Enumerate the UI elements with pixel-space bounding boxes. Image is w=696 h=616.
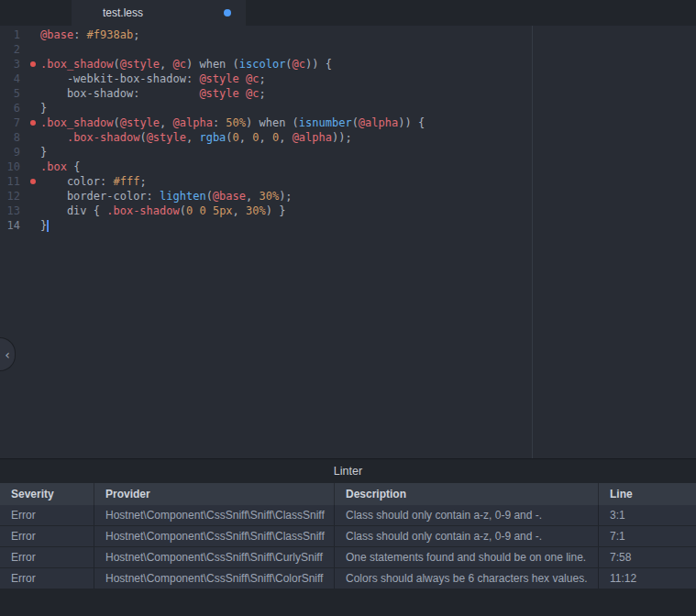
panel-toggle-button[interactable]: ‹: [0, 337, 16, 371]
severity-cell: Error: [0, 547, 94, 567]
lint-error-dot-icon: [22, 116, 40, 130]
line-number[interactable]: 2: [0, 42, 22, 57]
code-line[interactable]: 13 div { .box-shadow(0 0 5px, 30%) }: [0, 204, 696, 218]
line-number[interactable]: 4: [0, 72, 22, 86]
tab-bar: test.less: [0, 0, 696, 26]
chevron-left-icon: ‹: [5, 347, 10, 362]
line-cell: 7:1: [599, 526, 696, 546]
linter-row[interactable]: ErrorHostnet\Component\CssSniff\Sniff\Cl…: [0, 505, 696, 526]
gutter-dot-slot: [22, 145, 40, 160]
code-line[interactable]: 12 border-color: lighten(@base, 30%);: [0, 189, 696, 204]
provider-cell: Hostnet\Component\CssSniff\Sniff\ClassSn…: [94, 526, 335, 546]
linter-panel-title: Linter: [0, 459, 696, 483]
linter-row[interactable]: ErrorHostnet\Component\CssSniff\Sniff\Cu…: [0, 547, 696, 568]
column-header-severity: Severity: [0, 483, 94, 505]
linter-row[interactable]: ErrorHostnet\Component\CssSniff\Sniff\Co…: [0, 568, 696, 589]
code-line[interactable]: 1@base: #f938ab;: [0, 28, 696, 42]
code-line[interactable]: 9}: [0, 145, 696, 160]
code-text: color: #fff;: [40, 174, 147, 189]
line-number[interactable]: 8: [0, 130, 22, 145]
provider-cell: Hostnet\Component\CssSniff\Sniff\ClassSn…: [94, 505, 335, 525]
code-line[interactable]: 4 -webkit-box-shadow: @style @c;: [0, 72, 696, 86]
tab-test-less[interactable]: test.less: [72, 0, 246, 26]
gutter-dot-slot: [22, 204, 40, 218]
gutter-dot-slot: [22, 42, 40, 57]
code-text: box-shadow: @style @c;: [40, 86, 266, 101]
gutter-dot-slot: [22, 86, 40, 101]
provider-cell: Hostnet\Component\CssSniff\Sniff\CurlySn…: [94, 547, 335, 567]
line-number[interactable]: 10: [0, 160, 22, 174]
line-number[interactable]: 9: [0, 145, 22, 160]
code-lines: 1@base: #f938ab;23.box_shadow(@style, @c…: [0, 26, 696, 233]
severity-cell: Error: [0, 568, 94, 588]
code-text: }: [40, 218, 49, 233]
line-number[interactable]: 13: [0, 204, 22, 218]
code-line[interactable]: 10.box {: [0, 160, 696, 174]
code-line[interactable]: 7.box_shadow(@style, @alpha: 50%) when (…: [0, 116, 696, 130]
code-text: .box_shadow(@style, @c) when (iscolor(@c…: [40, 57, 332, 72]
gutter-dot-slot: [22, 101, 40, 116]
editor-window: test.less 1@base: #f938ab;23.box_shadow(…: [0, 0, 696, 616]
code-line[interactable]: 11 color: #fff;: [0, 174, 696, 189]
code-text: border-color: lighten(@base, 30%);: [40, 189, 293, 204]
line-number[interactable]: 5: [0, 86, 22, 101]
line-number[interactable]: 7: [0, 116, 22, 130]
code-text: .box_shadow(@style, @alpha: 50%) when (i…: [40, 116, 425, 130]
code-line[interactable]: 14}: [0, 218, 696, 233]
line-number[interactable]: 11: [0, 174, 22, 189]
line-number[interactable]: 14: [0, 218, 22, 233]
linter-table-body: ErrorHostnet\Component\CssSniff\Sniff\Cl…: [0, 505, 696, 589]
modified-indicator-icon[interactable]: [224, 9, 231, 16]
lint-error-dot-icon: [22, 57, 40, 72]
gutter-dot-slot: [22, 28, 40, 42]
line-number[interactable]: 3: [0, 57, 22, 72]
code-text: .box {: [40, 160, 80, 174]
lint-error-dot-icon: [22, 174, 40, 189]
column-header-description: Description: [335, 483, 599, 505]
code-line[interactable]: 6}: [0, 101, 696, 116]
gutter-dot-slot: [22, 160, 40, 174]
code-text: }: [40, 101, 47, 116]
text-cursor: [47, 220, 49, 232]
code-text: }: [40, 145, 47, 160]
column-header-provider: Provider: [94, 483, 335, 505]
gutter-dot-slot: [22, 130, 40, 145]
gutter-dot-slot: [22, 72, 40, 86]
line-cell: 7:58: [599, 547, 696, 567]
line-number[interactable]: 1: [0, 28, 22, 42]
code-line[interactable]: 8 .box-shadow(@style, rgba(0, 0, 0, @alp…: [0, 130, 696, 145]
line-cell: 3:1: [599, 505, 696, 525]
line-cell: 11:12: [599, 568, 696, 588]
code-text: -webkit-box-shadow: @style @c;: [40, 72, 266, 86]
linter-panel: Linter SeverityProviderDescriptionLine E…: [0, 458, 696, 616]
code-line[interactable]: 2: [0, 42, 696, 57]
code-line[interactable]: 5 box-shadow: @style @c;: [0, 86, 696, 101]
description-cell: One statements found and should be on on…: [335, 547, 599, 567]
column-header-line: Line: [599, 483, 696, 505]
line-number[interactable]: 6: [0, 101, 22, 116]
gutter-dot-slot: [22, 218, 40, 233]
line-number[interactable]: 12: [0, 189, 22, 204]
description-cell: Class should only contain a-z, 0-9 and -…: [335, 505, 599, 525]
linter-table-header: SeverityProviderDescriptionLine: [0, 483, 696, 505]
provider-cell: Hostnet\Component\CssSniff\Sniff\ColorSn…: [94, 568, 335, 588]
code-line[interactable]: 3.box_shadow(@style, @c) when (iscolor(@…: [0, 57, 696, 72]
linter-row[interactable]: ErrorHostnet\Component\CssSniff\Sniff\Cl…: [0, 526, 696, 547]
code-text: div { .box-shadow(0 0 5px, 30%) }: [40, 204, 285, 218]
tab-title: test.less: [103, 6, 143, 19]
description-cell: Colors should always be 6 characters hex…: [335, 568, 599, 588]
code-editor[interactable]: 1@base: #f938ab;23.box_shadow(@style, @c…: [0, 26, 696, 458]
severity-cell: Error: [0, 526, 94, 546]
gutter-dot-slot: [22, 189, 40, 204]
severity-cell: Error: [0, 505, 94, 525]
code-text: @base: #f938ab;: [40, 28, 139, 42]
description-cell: Class should only contain a-z, 0-9 and -…: [335, 526, 599, 546]
code-text: .box-shadow(@style, rgba(0, 0, 0, @alpha…: [40, 130, 352, 145]
